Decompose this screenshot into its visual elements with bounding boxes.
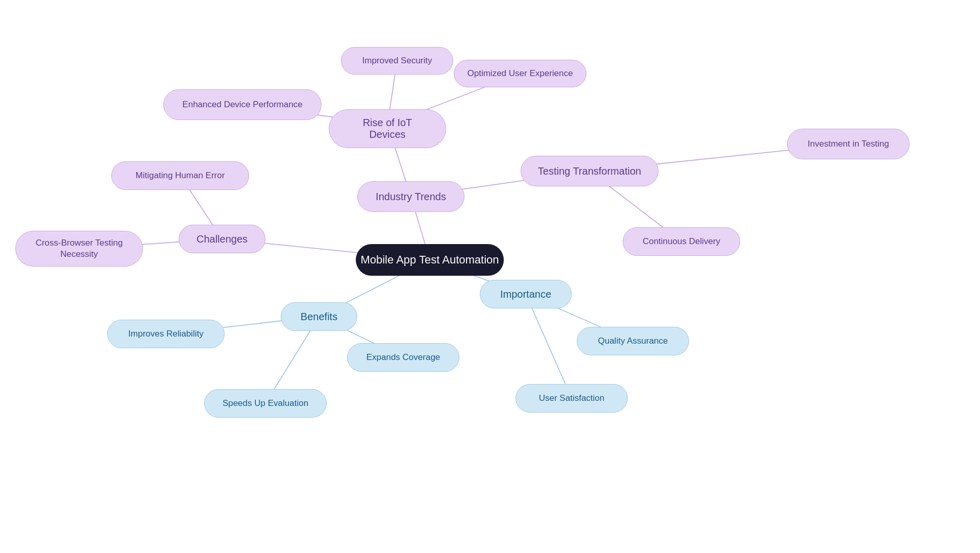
node-user-satisfaction[interactable]: User Satisfaction — [516, 384, 628, 413]
node-rise-iot[interactable]: Rise of IoT Devices — [329, 109, 446, 148]
center-node[interactable]: Mobile App Test Automation — [356, 244, 504, 276]
node-benefits[interactable]: Benefits — [281, 302, 357, 331]
node-industry-trends[interactable]: Industry Trends — [357, 181, 464, 212]
node-testing-transformation[interactable]: Testing Transformation — [521, 156, 658, 186]
node-optimized-ux[interactable]: Optimized User Experience — [454, 60, 586, 87]
node-speeds-up[interactable]: Speeds Up Evaluation — [204, 389, 327, 418]
node-importance[interactable]: Importance — [480, 280, 572, 308]
node-challenges[interactable]: Challenges — [179, 225, 265, 253]
node-expands-coverage[interactable]: Expands Coverage — [347, 343, 459, 372]
node-improves-reliability[interactable]: Improves Reliability — [107, 320, 225, 348]
node-investment-testing[interactable]: Investment in Testing — [787, 129, 910, 159]
node-mitigating-error[interactable]: Mitigating Human Error — [111, 161, 249, 190]
node-enhanced-device[interactable]: Enhanced Device Performance — [163, 89, 322, 120]
node-quality-assurance[interactable]: Quality Assurance — [577, 327, 689, 355]
node-improved-security[interactable]: Improved Security — [341, 47, 453, 75]
node-cross-browser[interactable]: Cross-Browser Testing Necessity — [15, 231, 143, 267]
svg-line-14 — [526, 294, 572, 398]
node-continuous-delivery[interactable]: Continuous Delivery — [623, 227, 740, 256]
